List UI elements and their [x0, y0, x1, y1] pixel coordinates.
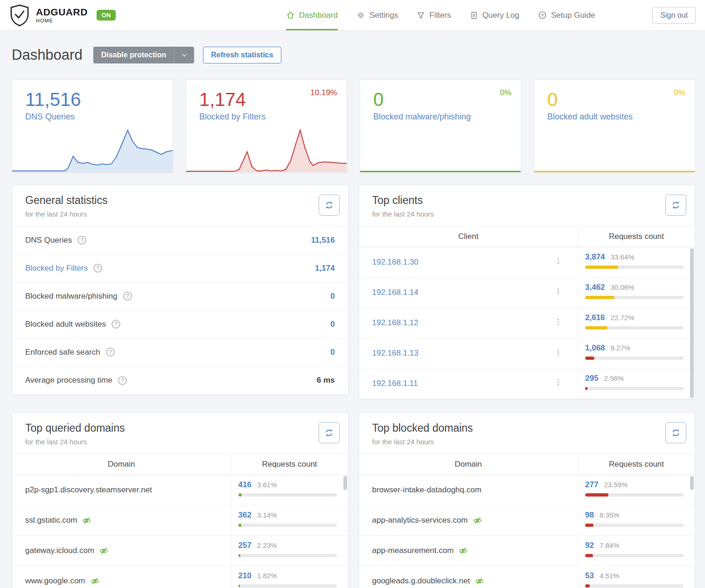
sign-out-button[interactable]: Sign out — [652, 7, 696, 24]
refresh-icon-button[interactable] — [319, 422, 340, 443]
progress-bar — [585, 524, 684, 527]
top-blocked-domains-table-header: Domain Requests count — [359, 454, 695, 475]
brand-subtitle: HOME — [36, 18, 88, 23]
table-row: 192.168.1.112952.56% — [359, 369, 695, 399]
stat-label-text: Average processing time — [25, 376, 112, 385]
top-navbar: ADGUARD HOME ON DashboardSettingsFilters… — [0, 0, 705, 31]
zero-sparkline — [360, 171, 521, 172]
row-menu-button[interactable] — [554, 318, 562, 328]
dots-vertical-icon — [554, 318, 562, 326]
domain-name: ssl.gstatic.com — [25, 516, 77, 525]
client-ip-link[interactable]: 192.168.1.30 — [372, 258, 419, 267]
refresh-icon-button[interactable] — [319, 195, 340, 216]
refresh-icon-button[interactable] — [665, 195, 686, 216]
progress-bar — [585, 554, 684, 557]
card-percent: 10.19% — [310, 88, 337, 98]
disable-protection-caret[interactable] — [174, 47, 194, 63]
progress-bar-fill — [238, 524, 242, 527]
request-count: 295 — [585, 374, 598, 383]
progress-bar — [585, 584, 684, 588]
progress-bar — [585, 296, 684, 299]
card-label[interactable]: Blocked adult websites — [547, 112, 695, 122]
request-percent: 30.06% — [611, 283, 635, 291]
progress-bar — [585, 357, 684, 360]
brand: ADGUARD HOME ON — [9, 0, 229, 30]
progress-bar — [238, 584, 337, 588]
scrollbar-thumb[interactable] — [343, 476, 347, 490]
disable-protection-button[interactable]: Disable protection — [93, 47, 195, 63]
question-circle-icon[interactable]: ? — [111, 319, 121, 329]
dashboard-content: Dashboard Disable protection Refresh sta… — [0, 31, 705, 588]
refresh-statistics-button[interactable]: Refresh statistics — [203, 47, 281, 63]
question-circle-icon[interactable]: ? — [105, 347, 115, 357]
domain-cell: browser-intake-datadoghq.com — [359, 475, 579, 505]
request-percent: 4.51% — [600, 572, 620, 580]
request-count: 98 — [585, 511, 594, 520]
stat-label-text: Enforced safe search — [25, 348, 100, 357]
scrollbar-thumb[interactable] — [690, 476, 694, 490]
request-count: 257 — [238, 541, 251, 550]
request-count: 362 — [238, 511, 251, 520]
scrollbar-thumb[interactable] — [690, 248, 694, 398]
nav-item-dashboard[interactable]: Dashboard — [286, 0, 338, 30]
request-count: 1,068 — [585, 343, 605, 353]
question-circle-icon[interactable]: ? — [93, 263, 103, 273]
client-ip-link[interactable]: 192.168.1.12 — [372, 318, 419, 328]
question-circle-icon[interactable]: ? — [118, 376, 127, 385]
sparkline-chart — [186, 128, 347, 172]
disable-protection-label: Disable protection — [93, 47, 175, 63]
stat-label[interactable]: Blocked by Filters? — [25, 263, 103, 273]
general-statistics-list: DNS Queries?11,516Blocked by Filters?1,1… — [12, 226, 348, 394]
top-blocked-domains-panel: Top blocked domains for the last 24 hour… — [359, 413, 696, 588]
stat-row: Average processing time?6 ms — [12, 366, 348, 394]
page-title-row: Dashboard Disable protection Refresh sta… — [12, 47, 695, 63]
top-blocked-domains-table-body: browser-intake-datadoghq.com27723.59%app… — [359, 475, 695, 588]
card-label[interactable]: DNS Queries — [25, 112, 173, 122]
requests-count-cell: 2572.23% — [231, 536, 348, 566]
client-ip-link[interactable]: 192.168.1.14 — [372, 288, 419, 297]
dots-vertical-icon — [554, 257, 562, 265]
nav-item-settings[interactable]: Settings — [356, 0, 398, 30]
domain-cell: googleads.g.doubleclick.net — [359, 566, 579, 588]
refresh-icon-button[interactable] — [665, 422, 686, 443]
question-circle-icon[interactable]: ? — [77, 235, 87, 245]
row-menu-button[interactable] — [554, 287, 562, 298]
stat-value: 0 — [330, 348, 335, 357]
card-value: 0 — [373, 89, 521, 110]
nav-item-query-log[interactable]: Query Log — [470, 0, 519, 30]
domain-cell: gateway.icloud.com — [12, 536, 231, 566]
refresh-icon — [671, 200, 681, 210]
question-circle-icon[interactable]: ? — [123, 291, 133, 301]
top-blocked-domains-header: Top blocked domains for the last 24 hour… — [359, 413, 695, 454]
row-menu-button[interactable] — [554, 257, 562, 267]
general-statistics-panel: General statistics for the last 24 hours… — [12, 185, 349, 395]
stat-value: 6 ms — [317, 376, 335, 385]
nav-item-setup-guide[interactable]: ?Setup Guide — [538, 0, 595, 30]
progress-bar — [585, 266, 684, 269]
requests-count-cell: 2952.56% — [578, 369, 695, 399]
document-icon — [470, 11, 478, 20]
stat-label: DNS Queries? — [25, 235, 87, 245]
nav-item-filters[interactable]: Filters — [417, 0, 451, 30]
svg-text:?: ? — [81, 237, 84, 243]
progress-bar-fill — [585, 266, 618, 269]
eye-off-icon — [458, 546, 468, 556]
svg-text:?: ? — [126, 293, 129, 299]
row-menu-button[interactable] — [554, 348, 562, 358]
requests-count-cell: 3623.14% — [231, 505, 348, 535]
request-count: 53 — [585, 571, 594, 581]
dots-vertical-icon — [554, 287, 562, 295]
stat-card-blocked-by-filters: 1,174Blocked by Filters10.19% — [186, 79, 347, 173]
card-label[interactable]: Blocked malware/phishing — [373, 112, 521, 122]
row-menu-button[interactable] — [554, 378, 562, 389]
stat-label: Blocked malware/phishing? — [25, 291, 133, 301]
card-value: 0 — [547, 89, 695, 110]
request-count: 210 — [238, 571, 251, 581]
request-count: 2,616 — [585, 313, 605, 322]
client-ip-link[interactable]: 192.168.1.13 — [372, 349, 419, 358]
client-ip-link[interactable]: 192.168.1.11 — [372, 379, 418, 388]
table-row: gateway.icloud.com2572.23% — [12, 536, 348, 566]
card-label[interactable]: Blocked by Filters — [199, 112, 347, 122]
progress-bar-fill — [585, 387, 587, 390]
request-percent: 23.59% — [604, 481, 628, 489]
